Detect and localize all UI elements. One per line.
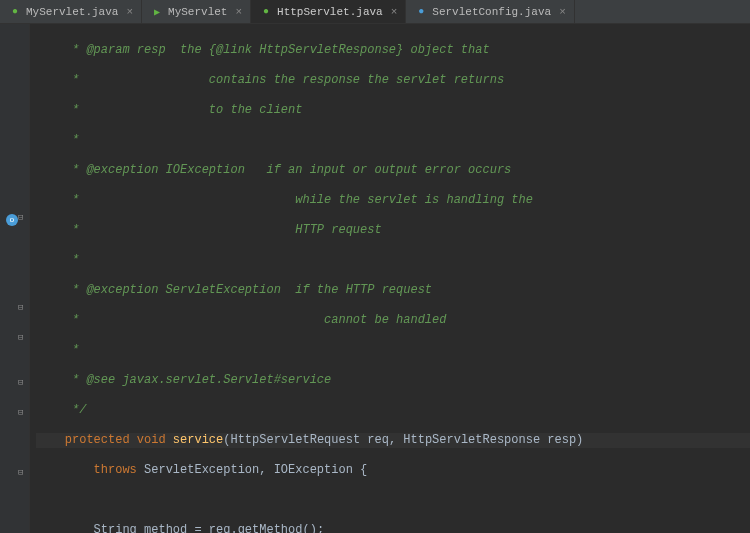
type: String xyxy=(94,523,137,533)
exception: IOException xyxy=(274,463,353,477)
fold-collapse-icon[interactable]: ⊟ xyxy=(18,332,23,343)
javadoc-line: * @see javax.servlet.Servlet#service xyxy=(36,373,331,387)
tab-myservlet-java[interactable]: ● MyServlet.java × xyxy=(0,0,142,23)
editor: ⊟ o ⊟ ⊟ ⊟ ⊟ ⊟ * @param resp the {@link H… xyxy=(0,24,750,533)
javadoc-line: * HTTP request xyxy=(36,223,382,237)
brace: { xyxy=(353,463,367,477)
tab-myservlet-run[interactable]: ▶ MyServlet × xyxy=(142,0,251,23)
var: method xyxy=(144,523,187,533)
tab-label: MyServlet.java xyxy=(26,6,118,18)
keyword: throws xyxy=(94,463,137,477)
tab-servletconfig-java[interactable]: ● ServletConfig.java × xyxy=(406,0,574,23)
keyword: void xyxy=(137,433,166,447)
run-icon: ▶ xyxy=(150,5,164,19)
tab-bar: ● MyServlet.java × ▶ MyServlet × ● HttpS… xyxy=(0,0,750,24)
params: (HttpServletRequest req, HttpServletResp… xyxy=(223,433,583,447)
override-icon[interactable]: o xyxy=(6,214,18,226)
tab-httpservlet-java[interactable]: ● HttpServlet.java × xyxy=(251,0,406,23)
javadoc-line: * @exception IOException if an input or … xyxy=(36,163,511,177)
call: req.getMethod(); xyxy=(209,523,324,533)
keyword: protected xyxy=(65,433,130,447)
eq: = xyxy=(187,523,209,533)
exception: ServletException xyxy=(144,463,259,477)
fold-collapse-icon[interactable]: ⊟ xyxy=(18,407,23,418)
close-icon[interactable]: × xyxy=(126,6,133,18)
method-name: service xyxy=(173,433,223,447)
tab-label: HttpServlet.java xyxy=(277,6,383,18)
fold-collapse-icon[interactable]: ⊟ xyxy=(18,302,23,313)
javadoc-line: * contains the response the servlet retu… xyxy=(36,73,504,87)
javadoc-line: * while the servlet is handling the xyxy=(36,193,533,207)
javadoc-line: * xyxy=(36,133,79,147)
java-class-icon: ● xyxy=(8,5,22,19)
javadoc-line: * @exception ServletException if the HTT… xyxy=(36,283,432,297)
java-interface-icon: ● xyxy=(414,5,428,19)
java-class-icon: ● xyxy=(259,5,273,19)
javadoc-line: * cannot be handled xyxy=(36,313,446,327)
tab-label: ServletConfig.java xyxy=(432,6,551,18)
javadoc-line: * xyxy=(36,253,79,267)
close-icon[interactable]: × xyxy=(559,6,566,18)
code-area[interactable]: * @param resp the {@link HttpServletResp… xyxy=(30,24,750,533)
tab-label: MyServlet xyxy=(168,6,227,18)
fold-collapse-icon[interactable]: ⊟ xyxy=(18,212,23,223)
javadoc-line: */ xyxy=(36,403,86,417)
fold-collapse-icon[interactable]: ⊟ xyxy=(18,377,23,388)
highlighted-line: protected void service(HttpServletReques… xyxy=(36,433,750,448)
close-icon[interactable]: × xyxy=(391,6,398,18)
close-icon[interactable]: × xyxy=(235,6,242,18)
javadoc-line: * to the client xyxy=(36,103,302,117)
javadoc-line: * @param resp the {@link HttpServletResp… xyxy=(36,43,490,57)
gutter: ⊟ o ⊟ ⊟ ⊟ ⊟ ⊟ xyxy=(0,24,30,533)
fold-collapse-icon[interactable]: ⊟ xyxy=(18,467,23,478)
javadoc-line: * xyxy=(36,343,79,357)
